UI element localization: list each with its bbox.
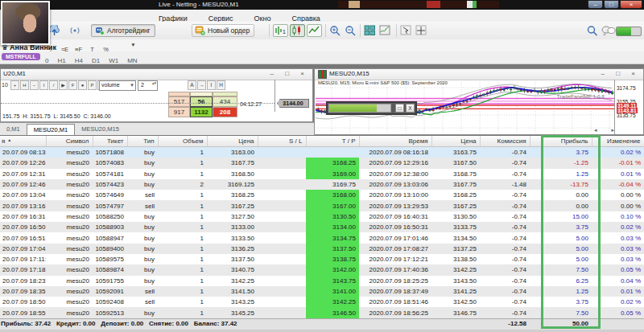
chart-tool-button[interactable]: H — [20, 80, 29, 90]
cell-comm[interactable]: -0.74 — [480, 211, 530, 222]
timeframe-button[interactable]: MN — [127, 55, 137, 67]
timeframe-button[interactable]: W1 — [109, 55, 118, 67]
cell-vol[interactable]: 1 — [158, 254, 207, 264]
zoom-out-icon[interactable] — [345, 25, 357, 36]
cell-price2[interactable]: 3143.50 — [431, 276, 480, 286]
cell-sym[interactable]: mesu20 — [46, 211, 93, 222]
history-row[interactable]: 20.07.09 12:46:..mesu2010574423buy23169.… — [0, 179, 644, 190]
column-header[interactable]: S / L — [258, 136, 306, 147]
timeframe-button[interactable]: H4 — [75, 55, 83, 67]
cell-vol[interactable]: 1 — [158, 169, 207, 179]
dom-mode-button[interactable]: I — [207, 80, 216, 90]
cell-comm[interactable]: -0.74 — [480, 232, 530, 243]
cell-sym[interactable]: mesu20 — [46, 200, 93, 211]
column-header[interactable]: Время — [359, 136, 431, 147]
cell-sl[interactable] — [258, 232, 306, 243]
cell-tp[interactable]: 3134.75 — [306, 232, 359, 243]
cell-tp[interactable]: 3130.50 — [306, 211, 359, 222]
cell-tp[interactable]: 3138.75 — [306, 254, 359, 264]
history-row[interactable]: 20.07.09 18:55:..mesu2010592513buy13145.… — [0, 307, 644, 318]
history-row[interactable]: 20.07.09 17:11:..mesu2010589575buy13137.… — [0, 254, 644, 264]
cell-profit[interactable]: 3.75 — [530, 222, 592, 232]
cell-price[interactable]: 3167.75 — [207, 158, 258, 168]
cell-change[interactable]: 0.00 % — [592, 190, 644, 200]
cell-t1[interactable]: 20.07.09 17:11:.. — [0, 254, 46, 264]
cell-type[interactable]: sell — [127, 190, 158, 200]
cell-t2[interactable]: 2020.07.09 18:51:46 — [359, 297, 431, 307]
cell-vol[interactable]: 1 — [158, 158, 207, 168]
dom-mode-button[interactable]: → — [197, 80, 206, 90]
chart-tool-button[interactable]: I — [39, 80, 48, 90]
crosshair-icon[interactable] — [415, 25, 427, 36]
cell-sl[interactable] — [258, 179, 306, 190]
indicators-icon[interactable] — [379, 25, 391, 36]
cell-change[interactable]: 0.03 % — [592, 244, 644, 254]
progress-restore-button[interactable]: □ — [395, 104, 404, 113]
cell-sym[interactable]: mesu20 — [46, 297, 93, 307]
cell-profit[interactable]: -13.75 — [530, 179, 592, 190]
cell-ticket[interactable]: 10592091 — [93, 286, 127, 297]
cell-change[interactable]: 0.01 % — [592, 169, 644, 179]
cell-tp[interactable]: 3142.25 — [306, 297, 359, 307]
column-header[interactable]: Комиссия — [480, 136, 530, 147]
cell-price2[interactable]: 3137.25 — [431, 244, 480, 254]
cell-tp[interactable]: 3137.50 — [306, 244, 359, 254]
cell-ticket[interactable]: 10588250 — [93, 211, 127, 222]
history-row[interactable]: 20.07.09 12:31:..mesu2010574181buy13168.… — [0, 169, 644, 179]
cell-ticket[interactable]: 10591755 — [93, 276, 127, 286]
cell-price[interactable]: 3169.125 — [207, 179, 258, 190]
cell-t1[interactable]: 20.07.09 18:35:.. — [0, 286, 46, 297]
cell-sl[interactable] — [258, 297, 306, 307]
cell-vol[interactable]: 2 — [158, 179, 207, 190]
history-row[interactable]: 20.07.09 18:23:..mesu2010591755buy13142.… — [0, 276, 644, 286]
cell-price[interactable]: 3145.25 — [207, 307, 258, 318]
cell-profit[interactable]: 7.50 — [530, 307, 592, 318]
chart-tool-button[interactable]: + — [10, 80, 19, 90]
cell-t1[interactable]: 20.07.09 16:50:.. — [0, 222, 46, 232]
cell-vol[interactable]: 1 — [158, 190, 207, 200]
cell-change[interactable]: -0.04 % — [592, 179, 644, 190]
cell-vol[interactable]: 1 — [158, 276, 207, 286]
cell-sym[interactable]: mesu20 — [46, 254, 93, 264]
cell-sl[interactable] — [258, 244, 306, 254]
cell-comm[interactable]: -0.74 — [480, 158, 530, 168]
candlestick-mode-button[interactable] — [290, 24, 305, 37]
column-header[interactable]: Цена — [431, 136, 480, 147]
tile-windows-icon[interactable] — [364, 25, 376, 36]
history-row[interactable]: 20.07.09 13:16:..mesu2010574797sell13167… — [0, 200, 644, 211]
cell-price[interactable]: 3142.25 — [207, 276, 258, 286]
cell-price[interactable]: 3136.25 — [207, 244, 258, 254]
cell-sl[interactable] — [258, 286, 306, 297]
cell-t2[interactable]: 2020.07.09 13:03:06 — [359, 179, 431, 190]
cell-vol[interactable]: 1 — [158, 297, 207, 307]
cell-comm[interactable]: -0.74 — [480, 286, 530, 297]
cell-price[interactable]: 3143.25 — [207, 297, 258, 307]
cell-sym[interactable]: mesu20 — [46, 307, 93, 318]
cell-t2[interactable]: 2020.07.09 17:40:36 — [359, 264, 431, 275]
cell-t1[interactable]: 20.07.09 18:50:.. — [0, 297, 46, 307]
cell-t2[interactable]: 2020.07.09 16:40:31 — [359, 211, 431, 222]
cell-vol[interactable]: 1 — [158, 264, 207, 275]
cell-sl[interactable] — [258, 147, 306, 158]
quantity-stepper[interactable]: 2 ▴▾ — [138, 80, 158, 91]
chart-tool-button[interactable]: / — [49, 80, 58, 90]
cell-ticket[interactable]: 10574423 — [93, 179, 127, 190]
cell-profit[interactable]: 7.50 — [530, 264, 592, 275]
cursor-mode-icon[interactable] — [400, 25, 412, 36]
cell-t1[interactable]: 20.07.09 12:31:.. — [0, 169, 46, 179]
algotrading-button[interactable]: Алготрейдинг — [91, 24, 155, 37]
cell-tp[interactable] — [306, 147, 359, 158]
history-row[interactable]: 20.07.09 12:26:..mesu2010574083buy13167.… — [0, 158, 644, 168]
history-row[interactable]: 20.07.09 17:18:..mesu2010589874buy13140.… — [0, 264, 644, 275]
cell-type[interactable]: sell — [127, 286, 158, 297]
cell-sym[interactable]: mesu20 — [46, 244, 93, 254]
cell-t1[interactable]: 20.07.09 08:13:.. — [0, 147, 46, 158]
cell-comm[interactable]: -0.74 — [480, 264, 530, 275]
history-row[interactable]: 20.07.09 16:50:..mesu2010588903buy13133.… — [0, 222, 644, 232]
cell-comm[interactable]: -0.74 — [480, 190, 530, 200]
cell-type[interactable]: buy — [127, 264, 158, 275]
cell-sl[interactable] — [258, 200, 306, 211]
cell-t1[interactable]: 20.07.09 13:16:.. — [0, 200, 46, 211]
cell-comm[interactable]: -0.74 — [480, 297, 530, 307]
cell-ticket[interactable]: 10589874 — [93, 264, 127, 275]
